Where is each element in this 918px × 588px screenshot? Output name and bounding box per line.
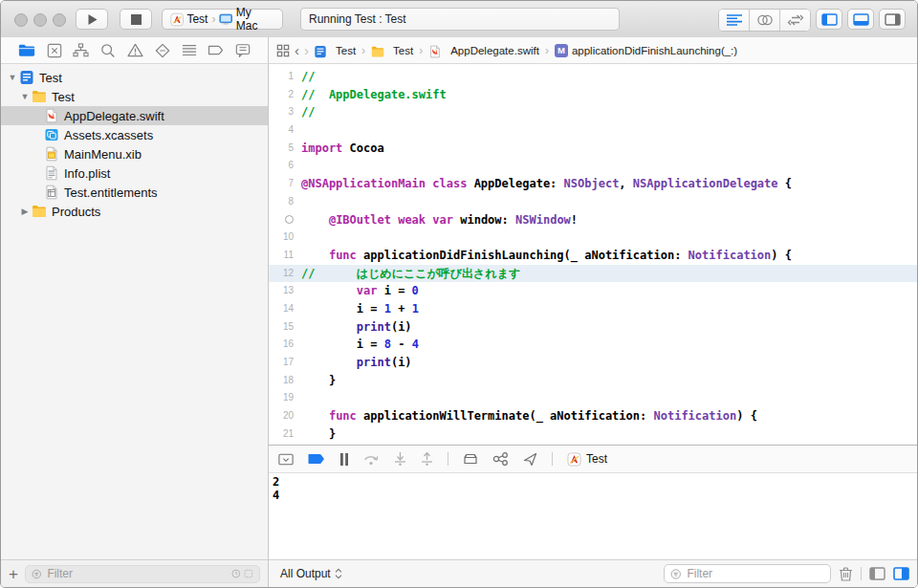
code-line-5[interactable]: 5import Cocoa — [269, 140, 917, 158]
line-number[interactable]: 19 — [269, 389, 297, 407]
breadcrumb-item[interactable]: MapplicationDidFinishLaunching(_:) — [555, 44, 737, 57]
console-output[interactable]: 24 — [269, 473, 917, 561]
tab-test-navigator[interactable] — [155, 43, 170, 58]
code-line-11[interactable]: 11 func applicationDidFinishLaunching(_ … — [269, 247, 917, 265]
disclosure-triangle-icon[interactable]: ▼ — [6, 73, 19, 82]
toggle-console-view-button[interactable] — [893, 567, 909, 580]
hide-debug-area-button[interactable] — [278, 453, 294, 466]
code-line-7[interactable]: 7@NSApplicationMain class AppDelegate: N… — [269, 175, 917, 193]
debug-view-hierarchy-button[interactable] — [463, 452, 478, 466]
tree-item-test-entitlements[interactable]: Test.entitlements — [1, 183, 268, 202]
debug-memory-graph-button[interactable] — [492, 452, 509, 466]
code-line-13[interactable]: 13 var i = 0 — [269, 282, 917, 300]
line-number[interactable]: 20 — [269, 407, 297, 425]
recent-files-clock-icon[interactable] — [231, 568, 241, 579]
tree-item-products[interactable]: ▶Products — [1, 202, 268, 221]
line-number[interactable]: 6 — [269, 157, 297, 175]
line-number[interactable]: 3 — [269, 103, 297, 121]
breadcrumb-item[interactable]: Test — [314, 44, 356, 57]
step-over-button[interactable] — [363, 452, 380, 466]
source-editor[interactable]: 1//2// AppDelegate.swift3//45import Coco… — [269, 64, 917, 445]
simulate-location-button[interactable] — [523, 452, 537, 467]
code-line-9[interactable]: @IBOutlet weak var window: NSWindow! — [269, 211, 917, 229]
tab-find-navigator[interactable] — [100, 43, 116, 58]
tab-symbol-navigator[interactable] — [73, 43, 89, 57]
line-number[interactable]: 2 — [269, 86, 297, 104]
tree-item-test[interactable]: ▼Test — [1, 87, 268, 106]
debug-process-selector[interactable]: Test — [567, 452, 607, 467]
console-filter-field[interactable] — [664, 564, 831, 583]
code-line-8[interactable]: 8 — [269, 193, 917, 211]
line-number[interactable]: 12 — [269, 265, 297, 283]
line-number[interactable]: 5 — [269, 140, 297, 158]
line-number[interactable]: 21 — [269, 425, 297, 444]
step-into-button[interactable] — [394, 452, 406, 466]
assistant-editor-button[interactable] — [750, 10, 780, 31]
toggle-variables-view-button[interactable] — [869, 567, 885, 580]
scheme-selector[interactable]: Test › My Mac — [162, 9, 283, 30]
line-number[interactable]: 10 — [269, 229, 297, 247]
line-number[interactable]: 18 — [269, 372, 297, 390]
related-items-button[interactable] — [276, 44, 290, 57]
add-button[interactable]: + — [9, 566, 18, 582]
code-line-6[interactable]: 6 — [269, 157, 917, 175]
line-number[interactable]: 7 — [269, 175, 297, 193]
breadcrumb-item[interactable]: AppDelegate.swift — [428, 44, 539, 57]
tab-breakpoint-navigator[interactable] — [208, 44, 224, 56]
disclosure-triangle-icon[interactable]: ▼ — [18, 92, 32, 101]
tree-item-assets-xcassets[interactable]: Assets.xcassets — [1, 125, 268, 144]
console-filter-input[interactable] — [685, 566, 824, 581]
tab-report-navigator[interactable] — [235, 43, 251, 57]
code-line-2[interactable]: 2// AppDelegate.swift — [269, 86, 917, 104]
go-forward-button[interactable]: › — [304, 43, 309, 57]
code-line-15[interactable]: 15 print(i) — [269, 318, 917, 337]
step-out-button[interactable] — [421, 452, 433, 466]
tree-item-test[interactable]: ▼Test — [1, 68, 268, 87]
line-number[interactable]: 13 — [269, 282, 297, 300]
minimize-window-button[interactable] — [33, 13, 47, 27]
line-number[interactable]: 4 — [269, 121, 297, 140]
pause-button[interactable] — [339, 453, 349, 466]
tab-issue-navigator[interactable] — [127, 43, 143, 57]
tree-item-info-plist[interactable]: Info.plist — [1, 163, 268, 183]
disclosure-triangle-icon[interactable]: ▶ — [18, 207, 32, 216]
run-button[interactable] — [76, 9, 108, 30]
code-line-12[interactable]: 12// はじめにここが呼び出されます — [269, 265, 917, 283]
tab-project-navigator[interactable] — [18, 43, 35, 57]
navigator-filter-input[interactable] — [45, 566, 227, 581]
toggle-navigator-button[interactable] — [816, 9, 842, 30]
outlet-circle-icon[interactable] — [285, 215, 294, 224]
close-window-button[interactable] — [14, 13, 28, 27]
code-line-10[interactable]: 10 — [269, 229, 917, 247]
line-number[interactable]: 16 — [269, 336, 297, 354]
tab-debug-navigator[interactable] — [182, 44, 197, 56]
code-line-4[interactable]: 4 — [269, 121, 917, 140]
tree-item-appdelegate-swift[interactable]: AppDelegate.swift — [1, 106, 268, 125]
line-number[interactable]: 15 — [269, 318, 297, 337]
code-line-21[interactable]: 21 } — [269, 425, 917, 444]
code-line-17[interactable]: 17 print(i) — [269, 354, 917, 372]
toggle-inspectors-button[interactable] — [879, 9, 906, 30]
line-number[interactable]: 11 — [269, 247, 297, 265]
code-line-20[interactable]: 20 func applicationWillTerminate(_ aNoti… — [269, 407, 917, 425]
clear-console-button[interactable] — [839, 566, 853, 581]
line-number[interactable]: 17 — [269, 354, 297, 372]
version-editor-button[interactable] — [780, 10, 810, 31]
code-line-14[interactable]: 14 i = 1 + 1 — [269, 300, 917, 318]
code-line-18[interactable]: 18 } — [269, 372, 917, 390]
tab-source-control-navigator[interactable] — [47, 43, 62, 58]
line-number[interactable]: 8 — [269, 193, 297, 211]
breadcrumb-item[interactable]: Test — [371, 44, 413, 57]
code-line-3[interactable]: 3// — [269, 103, 917, 121]
stop-button[interactable] — [120, 9, 152, 30]
zoom-window-button[interactable] — [53, 13, 66, 27]
code-line-1[interactable]: 1// — [269, 68, 917, 86]
tree-item-mainmenu-xib[interactable]: MainMenu.xib — [1, 144, 268, 163]
source-control-status-icon[interactable] — [244, 568, 253, 579]
toggle-debug-area-button[interactable] — [847, 9, 874, 30]
breakpoints-toggle-button[interactable] — [308, 453, 325, 465]
ib-connection-indicator[interactable] — [269, 211, 297, 229]
line-number[interactable]: 14 — [269, 300, 297, 318]
standard-editor-button[interactable] — [719, 10, 750, 31]
code-line-16[interactable]: 16 i = 8 - 4 — [269, 336, 917, 354]
